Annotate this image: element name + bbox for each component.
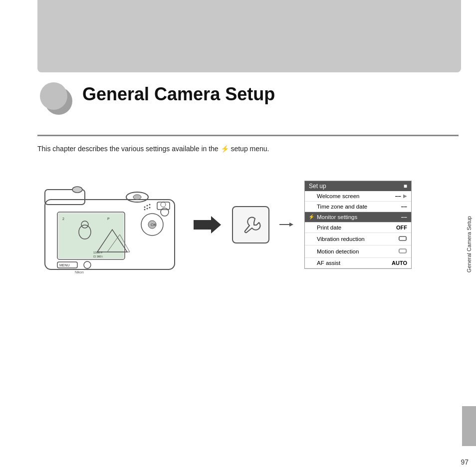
camera-illustration: 2 P 1360 F ⊡ 360↕ OK MENU Nikon xyxy=(37,175,182,274)
svg-point-3 xyxy=(133,195,141,200)
sidebar-accent-box xyxy=(462,406,476,446)
svg-text:Nikon: Nikon xyxy=(75,270,84,274)
item-left-vibration: Vibration reduction xyxy=(308,236,365,242)
svg-point-23 xyxy=(84,261,91,268)
item-value-welcome: –– xyxy=(395,193,401,199)
top-banner xyxy=(37,0,461,72)
svg-point-30 xyxy=(149,207,151,209)
menu-header-icon: ■ xyxy=(404,183,407,190)
menu-header: Set up ■ xyxy=(305,181,411,191)
item-left-motion: Motion detection xyxy=(308,248,359,254)
item-value-afassist: AUTO xyxy=(392,260,407,266)
item-value-printdate: OFF xyxy=(396,225,407,231)
item-value-vibration xyxy=(398,235,407,243)
item-label-printdate: Print date xyxy=(317,225,341,231)
svg-point-28 xyxy=(144,209,146,211)
item-value-monitor: –– xyxy=(401,214,407,220)
arrow-right xyxy=(192,215,222,235)
item-label-vibration: Vibration reduction xyxy=(317,236,365,242)
menu-item-vibration: Vibration reduction xyxy=(305,233,411,245)
item-label-afassist: AF assist xyxy=(317,260,340,266)
sidebar-text: General Camera Setup xyxy=(462,190,476,299)
item-label-motion: Motion detection xyxy=(317,248,359,254)
menu-item-monitor: ⚡ Monitor settings –– xyxy=(305,212,411,223)
svg-marker-33 xyxy=(289,223,293,227)
item-label-welcome: Welcome screen xyxy=(317,193,359,199)
item-label-monitor: Monitor settings xyxy=(317,214,357,220)
svg-text:1360 F: 1360 F xyxy=(93,251,103,254)
svg-text:OK: OK xyxy=(151,223,157,227)
description-text-before: This chapter describes the various setti… xyxy=(37,145,219,153)
item-left-afassist: AF assist xyxy=(308,260,340,266)
svg-text:2: 2 xyxy=(62,217,64,221)
svg-text:⊡ 360↕: ⊡ 360↕ xyxy=(93,255,103,258)
svg-text:MENU: MENU xyxy=(59,263,70,267)
arrow-connector xyxy=(279,220,294,230)
svg-rect-34 xyxy=(399,237,406,240)
chapter-icon xyxy=(37,80,77,120)
page-number: 97 xyxy=(461,458,469,466)
menu-item-afassist: AF assist AUTO xyxy=(305,258,411,268)
description-text-after: setup menu. xyxy=(231,145,269,153)
item-left-monitor: ⚡ Monitor settings xyxy=(308,214,357,220)
menu-item-motion: Motion detection xyxy=(305,245,411,258)
item-icon-monitor: ⚡ xyxy=(308,214,315,220)
section-divider xyxy=(37,135,459,136)
menu-item-welcome: Welcome screen –– ▶ xyxy=(305,191,411,202)
svg-point-27 xyxy=(149,204,151,206)
sidebar-label: General Camera Setup xyxy=(466,216,472,272)
diagram-area: 2 P 1360 F ⊡ 360↕ OK MENU Nikon xyxy=(37,165,459,284)
item-label-timezone: Time zone and date xyxy=(317,204,367,210)
item-value-timezone: –– xyxy=(401,204,407,210)
svg-point-19 xyxy=(161,202,166,207)
chapter-description: This chapter describes the various setti… xyxy=(37,144,269,154)
item-value-motion xyxy=(398,247,407,255)
svg-rect-35 xyxy=(399,249,406,253)
menu-item-printdate: Print date OFF xyxy=(305,223,411,233)
circle-front xyxy=(40,82,67,110)
wrench-button-box xyxy=(232,206,269,243)
item-left-printdate: Print date xyxy=(308,225,341,231)
chapter-title: General Camera Setup xyxy=(82,84,275,105)
setup-icon-inline: ⚡ xyxy=(221,144,229,154)
svg-point-4 xyxy=(72,187,82,193)
item-arrow-welcome: ▶ xyxy=(403,193,407,199)
right-sidebar: General Camera Setup xyxy=(461,0,476,476)
item-left-timezone: Time zone and date xyxy=(308,204,367,210)
menu-item-timezone: Time zone and date –– xyxy=(305,202,411,212)
menu-title: Set up xyxy=(309,183,326,190)
svg-point-25 xyxy=(144,207,146,208)
svg-marker-31 xyxy=(194,216,221,234)
setup-menu: Set up ■ Welcome screen –– ▶ Time zone a… xyxy=(304,181,412,269)
svg-text:P: P xyxy=(107,217,110,221)
item-left-welcome: Welcome screen xyxy=(308,193,359,199)
svg-point-26 xyxy=(147,205,148,207)
svg-point-29 xyxy=(147,208,148,210)
